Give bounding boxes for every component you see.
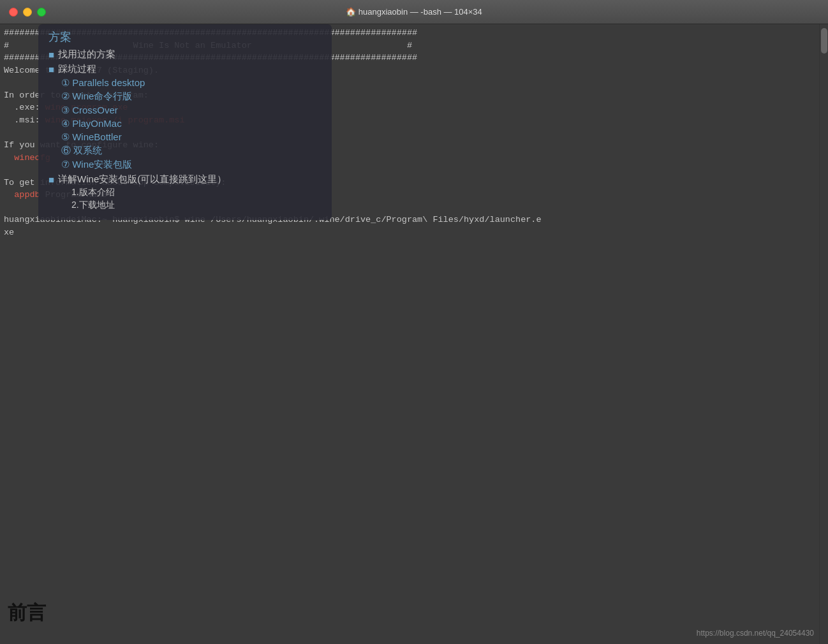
- titlebar: 🏠 huangxiaobin — -bash — 104×34: [0, 0, 828, 24]
- exe-cmd: wine program.exe: [45, 103, 128, 112]
- command-line: huangxiaobindeiMac:~ huangxiaobin$ wine …: [4, 214, 815, 226]
- blank-line-3: [4, 164, 815, 177]
- close-button[interactable]: [9, 8, 18, 17]
- exe-line: .exe: wine program.exe: [4, 101, 815, 114]
- window-controls[interactable]: [9, 8, 46, 17]
- hash-line-bottom: ########################################…: [4, 52, 815, 64]
- appdb-line: appdb Program Name: [4, 189, 815, 201]
- start-line: In order to start a program:: [4, 89, 815, 102]
- appdb-arg: Program Name: [40, 190, 107, 200]
- blank-line-4: [4, 201, 815, 214]
- title-line: # Wine Is Not an Emulator #: [4, 40, 815, 52]
- minimize-button[interactable]: [23, 8, 32, 17]
- configure-line: If you want to configure wine:: [4, 139, 815, 152]
- terminal-content: ########################################…: [0, 24, 819, 644]
- scrollbar-thumb[interactable]: [821, 28, 827, 54]
- msi-cmd: wine msiexec /i program.msi: [45, 115, 185, 125]
- msi-line: .msi: wine msiexec /i program.msi: [4, 114, 815, 127]
- hash-line-top: ########################################…: [4, 27, 815, 40]
- blank-line-1: [4, 77, 815, 89]
- welcome-line: Welcome to wine-5.7 (Staging).: [4, 64, 815, 77]
- winecfg-line: winecfg: [4, 152, 815, 165]
- info-line: To get information about app compatibili…: [4, 177, 815, 189]
- window-title: 🏠 huangxiaobin — -bash — 104×34: [346, 7, 482, 17]
- blank-line-2: [4, 127, 815, 140]
- appdb-cmd: appdb: [14, 190, 40, 200]
- command-line-2: xe: [4, 226, 815, 239]
- winecfg-cmd: winecfg: [14, 153, 50, 163]
- scrollbar[interactable]: [819, 24, 828, 644]
- maximize-button[interactable]: [37, 8, 46, 17]
